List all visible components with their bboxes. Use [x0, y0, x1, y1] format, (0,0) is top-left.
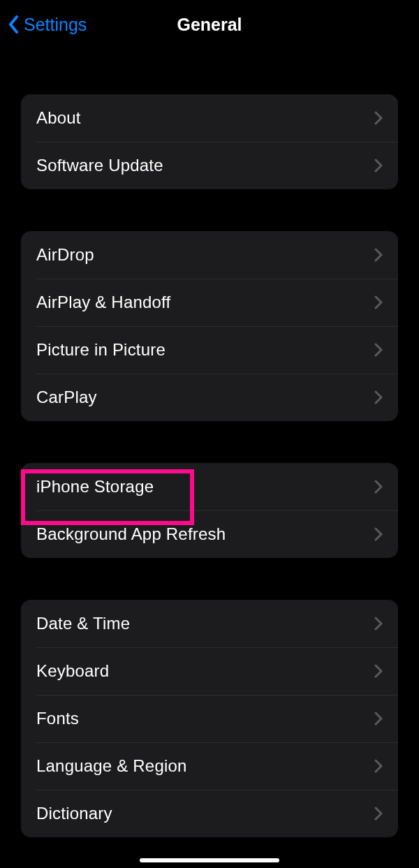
settings-group-storage: iPhone Storage Background App Refresh [21, 463, 398, 558]
chevron-right-icon [374, 527, 383, 541]
page-title: General [177, 15, 242, 35]
back-button[interactable]: Settings [7, 14, 87, 35]
row-fonts[interactable]: Fonts [21, 695, 398, 742]
navigation-bar: Settings General [0, 0, 419, 49]
chevron-right-icon [374, 295, 383, 309]
row-label: Fonts [36, 709, 79, 728]
row-label: Background App Refresh [36, 524, 226, 544]
row-keyboard[interactable]: Keyboard [21, 647, 398, 695]
row-label: AirPlay & Handoff [36, 293, 170, 312]
chevron-right-icon [374, 390, 383, 404]
row-label: Dictionary [36, 804, 112, 823]
chevron-right-icon [374, 248, 383, 262]
chevron-right-icon [374, 807, 383, 821]
chevron-right-icon [374, 111, 383, 125]
back-label: Settings [24, 15, 87, 35]
row-software-update[interactable]: Software Update [21, 142, 398, 189]
row-label: About [36, 108, 81, 128]
chevron-right-icon [374, 159, 383, 172]
row-airplay-handoff[interactable]: AirPlay & Handoff [21, 279, 398, 326]
settings-group-system: Date & Time Keyboard Fonts Language & Re… [21, 600, 398, 837]
settings-group-about: About Software Update [21, 94, 398, 189]
settings-content: About Software Update AirDrop AirPlay & … [0, 49, 419, 837]
row-background-app-refresh[interactable]: Background App Refresh [21, 510, 398, 558]
chevron-right-icon [374, 343, 383, 357]
row-language-region[interactable]: Language & Region [21, 742, 398, 790]
row-label: AirDrop [36, 245, 94, 265]
row-label: Language & Region [36, 756, 187, 776]
row-iphone-storage[interactable]: iPhone Storage [21, 463, 398, 510]
row-date-time[interactable]: Date & Time [21, 600, 398, 647]
chevron-right-icon [374, 480, 383, 494]
home-indicator[interactable] [140, 858, 279, 862]
chevron-right-icon [374, 759, 383, 773]
row-label: CarPlay [36, 388, 97, 407]
row-picture-in-picture[interactable]: Picture in Picture [21, 326, 398, 374]
chevron-right-icon [374, 617, 383, 631]
chevron-right-icon [374, 712, 383, 726]
row-label: iPhone Storage [36, 477, 154, 496]
row-carplay[interactable]: CarPlay [21, 374, 398, 421]
row-label: Software Update [36, 156, 163, 175]
row-about[interactable]: About [21, 94, 398, 142]
settings-group-airplay: AirDrop AirPlay & Handoff Picture in Pic… [21, 231, 398, 421]
row-label: Keyboard [36, 661, 109, 681]
row-dictionary[interactable]: Dictionary [21, 790, 398, 837]
row-label: Picture in Picture [36, 340, 166, 360]
chevron-left-icon [7, 14, 21, 35]
row-label: Date & Time [36, 614, 130, 633]
chevron-right-icon [374, 664, 383, 678]
row-airdrop[interactable]: AirDrop [21, 231, 398, 279]
